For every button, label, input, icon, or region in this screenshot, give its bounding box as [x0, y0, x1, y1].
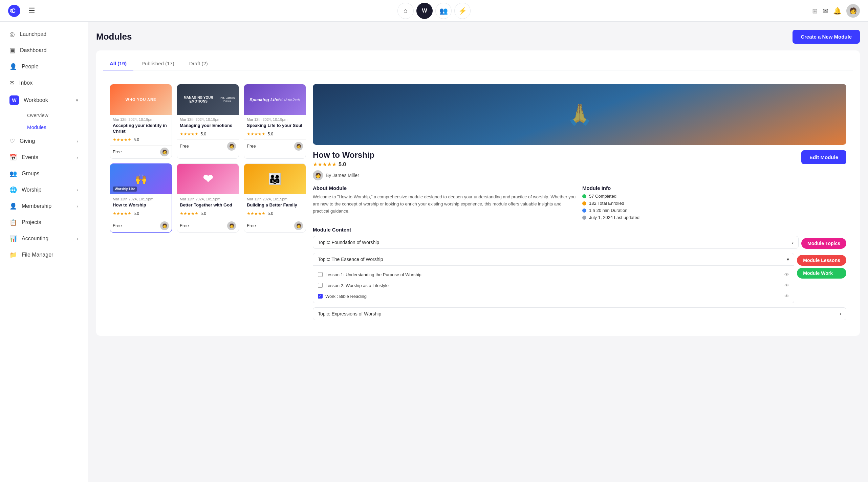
card-price-1: Free	[113, 149, 122, 154]
card-date-5: Mar 12th 2024, 10:19pm	[180, 197, 236, 201]
lesson-1-eye[interactable]: 👁	[784, 272, 789, 277]
module-row-2: Worship Life 🙌 Mar 12th 2024, 10:19pm Ho…	[110, 163, 306, 233]
lesson-2-eye[interactable]: 👁	[784, 283, 789, 288]
detail-rating: 5.0	[339, 161, 346, 168]
user-avatar[interactable]: 🧑	[846, 4, 860, 18]
sidebar-item-inbox[interactable]: ✉ Inbox	[3, 75, 85, 91]
topic-3[interactable]: Topic: Expressions of Worship ›	[313, 307, 846, 320]
card-title-6: Building a Better Family	[247, 202, 303, 208]
nav-lightning-btn[interactable]: ⚡	[454, 3, 471, 19]
nav-people-btn[interactable]: 👥	[435, 3, 452, 19]
hamburger-menu[interactable]: ☰	[28, 6, 35, 15]
sidebar-label-groups: Groups	[22, 171, 39, 177]
sidebar-item-launchpad[interactable]: ◎ Launchpad	[3, 26, 85, 42]
bell-icon[interactable]: 🔔	[833, 7, 842, 15]
topic-3-label: Topic: Expressions of Worship	[318, 311, 381, 316]
sidebar-item-events[interactable]: 📅 Events ›	[3, 150, 85, 165]
sidebar-sub-modules[interactable]: Modules	[22, 122, 85, 133]
content-title: Module Content	[313, 227, 846, 233]
edit-module-button[interactable]: Edit Module	[801, 150, 846, 164]
sidebar-label-giving: Giving	[20, 138, 35, 144]
card-image-5: ❤	[177, 164, 239, 194]
card-footer-6: Free 🧑	[244, 219, 306, 232]
sidebar-item-giving[interactable]: ♡ Giving ›	[3, 133, 85, 149]
detail-hero: 🙏	[313, 84, 846, 145]
score-5: 5.0	[200, 211, 206, 216]
module-card-3[interactable]: Speaking LifePst. Linda Davis Mar 12th 2…	[244, 84, 306, 159]
about-text: Welcome to "How to Worship," a comprehen…	[313, 194, 577, 215]
module-card-6[interactable]: 👨‍👩‍👧 Mar 12th 2024, 10:19pm Building a …	[244, 163, 306, 233]
nav-home-btn[interactable]: ⌂	[397, 3, 414, 19]
work-row: ✓ Work : Bible Reading 👁	[313, 291, 794, 302]
accounting-icon: 📊	[9, 235, 17, 242]
svg-text:C: C	[11, 7, 16, 14]
sidebar-label-people: People	[22, 64, 39, 70]
stars-1: ★★★★★	[113, 137, 131, 142]
grid-icon[interactable]: ⊞	[812, 7, 818, 15]
card-date-1: Mar 12th 2024, 10:19pm	[113, 117, 169, 122]
sidebar-item-worship[interactable]: 🌐 Worship ›	[3, 182, 85, 198]
card-footer-3: Free 🧑	[244, 139, 306, 153]
topic-3-row: Topic: Expressions of Worship ›	[313, 307, 846, 320]
card-footer-5: Free 🧑	[177, 219, 239, 232]
nav-workbook-btn[interactable]: W	[416, 3, 433, 19]
topic-2-content: Lesson 1: Understanding the Purpose of W…	[313, 268, 794, 303]
card-title-3: Speaking Life to your Soul	[247, 123, 303, 129]
detail-title: How to Worship	[313, 150, 374, 160]
module-card-1[interactable]: WHO YOU ARE Mar 12th 2024, 10:19pm Accep…	[110, 84, 172, 159]
card-image-2: MANAGING YOUR EMOTIONSPst. James Davis	[177, 84, 239, 115]
workbook-submenu: Overview Modules	[0, 110, 88, 133]
nav-center: ⌂ W 👥 ⚡	[397, 3, 471, 19]
author-name: By James Miller	[326, 173, 359, 178]
tab-published[interactable]: Published (17)	[135, 57, 181, 70]
tab-draft[interactable]: Draft (2)	[182, 57, 215, 70]
topic-1[interactable]: Topic: Foundation of Worship ›	[313, 236, 799, 249]
mail-icon[interactable]: ✉	[823, 7, 828, 15]
stars-4: ★★★★★	[113, 211, 131, 216]
create-module-button[interactable]: Create a New Module	[793, 30, 860, 44]
sidebar-sub-overview[interactable]: Overview	[22, 110, 85, 121]
score-4: 5.0	[133, 211, 139, 216]
score-1: 5.0	[133, 137, 139, 142]
logo[interactable]: C	[8, 5, 20, 17]
topic-2-row: Topic: The Essence of Worship ▾ Lesson 1…	[313, 253, 846, 305]
sidebar-item-groups[interactable]: 👥 Groups	[3, 166, 85, 181]
sidebar-label-inbox: Inbox	[19, 80, 32, 86]
giving-chevron: ›	[77, 138, 78, 144]
module-card-4[interactable]: Worship Life 🙌 Mar 12th 2024, 10:19pm Ho…	[110, 163, 172, 233]
sidebar-item-workbook[interactable]: W Workbook ▾	[3, 91, 85, 109]
sidebar-item-accounting[interactable]: 📊 Accounting ›	[3, 231, 85, 246]
stars-6: ★★★★★	[247, 211, 265, 216]
card-price-5: Free	[180, 223, 189, 228]
workbook-chevron: ▾	[76, 97, 78, 103]
topic-1-label: Topic: Foundation of Worship	[318, 240, 379, 245]
tab-all[interactable]: All (19)	[103, 57, 133, 70]
module-card-2[interactable]: MANAGING YOUR EMOTIONSPst. James Davis M…	[177, 84, 239, 159]
info-title: Module Info	[582, 185, 846, 191]
module-card-5[interactable]: ❤ Mar 12th 2024, 10:19pm Better Together…	[177, 163, 239, 233]
topic-2[interactable]: Topic: The Essence of Worship ▾	[313, 253, 794, 266]
card-rating-3: ★★★★★ 5.0	[247, 131, 303, 137]
events-chevron: ›	[77, 155, 78, 160]
card-rating-1: ★★★★★ 5.0	[113, 136, 169, 143]
sidebar-item-file-manager[interactable]: 📁 File Manager	[3, 247, 85, 263]
lesson-2-left: Lesson 2: Worship as a Lifestyle	[318, 283, 389, 288]
card-body-2: Mar 12th 2024, 10:19pm Managing your Emo…	[177, 115, 239, 139]
sidebar-item-projects[interactable]: 📋 Projects	[3, 215, 85, 230]
sidebar-item-membership[interactable]: 👤 Membership ›	[3, 198, 85, 214]
card-body-5: Mar 12th 2024, 10:19pm Better Together w…	[177, 194, 239, 219]
sidebar-item-people[interactable]: 👤 People	[3, 59, 85, 74]
sidebar-label-projects: Projects	[22, 219, 41, 225]
stars-5: ★★★★★	[180, 211, 198, 216]
work-eye[interactable]: 👁	[784, 293, 789, 299]
card-footer-2: Free 🧑	[177, 139, 239, 153]
sidebar-item-dashboard[interactable]: ▣ Dashboard	[3, 43, 85, 58]
app-body: ◎ Launchpad ▣ Dashboard 👤 People ✉ Inbox…	[0, 22, 868, 482]
card-price-6: Free	[247, 223, 256, 228]
card-avatar-1: 🧑	[160, 148, 169, 156]
nav-right: ⊞ ✉ 🔔 🧑	[812, 4, 860, 18]
updated-label: July 1, 2024 Last updated	[589, 215, 639, 220]
card-title-1: Accepting your identity in Christ	[113, 123, 169, 134]
duration-label: 1 h 20 min Duration	[589, 208, 627, 213]
giving-icon: ♡	[9, 137, 15, 145]
